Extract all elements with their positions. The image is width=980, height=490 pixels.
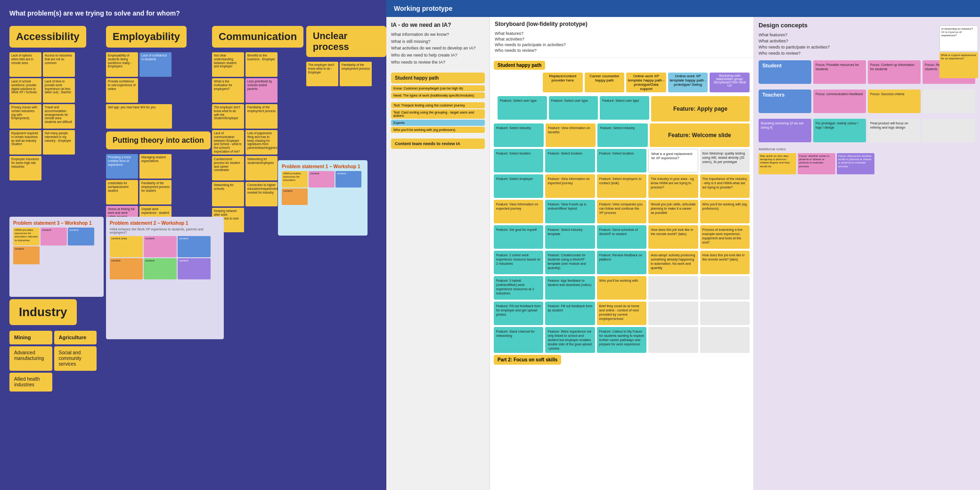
- sb-cell: Who you'll be working with (eg professor…: [700, 200, 750, 223]
- dc-cell: Focus: communication feedback: [813, 90, 866, 113]
- sb-cell: Feature: Select industry: [494, 123, 544, 147]
- sticky: content: [309, 171, 335, 188]
- part2-label: Part 2: Focus on soft skills: [494, 355, 561, 365]
- storyboard-header: Storyboard (low-fidelity prototype) What…: [490, 17, 753, 58]
- right-header: Working prototype: [386, 0, 980, 17]
- sb-cell: Feature: Select location: [545, 149, 595, 172]
- sticky: Lack of time to provide work experience …: [43, 78, 75, 103]
- sb-cell: [700, 302, 750, 325]
- sb-col-headers: Replace/content provider here Career cou…: [543, 73, 750, 92]
- edge-sticky: What is a good replacement for ux experi…: [939, 52, 978, 78]
- sb-col-workshop: Workshop with stakeholder group: Story/b…: [710, 73, 750, 92]
- sb-cell: Feature: Slack channel for networking: [494, 327, 543, 353]
- sb-row-4: Feature: Select employer Feature: View i…: [494, 174, 750, 198]
- sticky: The employer don't know what to do - Emp…: [306, 62, 338, 86]
- sb-col-career: Career counsellor happy path: [585, 73, 625, 92]
- industry-mining: Mining: [9, 331, 52, 344]
- sb-cell: Feature: Select user type: [549, 96, 598, 120]
- sb-cell: Feature: Select industry template: [545, 225, 595, 249]
- sb-q4: Who needs to review?: [495, 48, 749, 53]
- panel-title: What problem(s) are we trying to solve a…: [9, 9, 377, 17]
- sb-cell: The industry in your area - eg know HIWA…: [648, 174, 698, 198]
- sb-cell: Feature: View information on expected jo…: [545, 174, 595, 198]
- spacer2: [759, 115, 975, 117]
- sticky: content: [13, 246, 40, 264]
- ia-column: IA - do we need an IA? What information …: [386, 17, 490, 490]
- sb-cell: [700, 276, 750, 300]
- ia-sticky-who-working: Who you'll be working with (eg professor…: [391, 127, 485, 133]
- sticky: Networking for schools: [212, 182, 244, 206]
- sticky: content: [282, 188, 308, 205]
- accessibility-section: Accessibility Lack of options when kids …: [9, 26, 97, 180]
- sb-row-5: Feature: View information on expected jo…: [494, 200, 750, 223]
- ps2-title: Problem statement 2 – Workshop 1: [110, 220, 220, 226]
- sb-cell: Feature: Select location: [597, 149, 646, 172]
- ia-sticky-need: Need: The types of work (traditionally s…: [391, 92, 485, 98]
- sb-cell: The importance of the industry - why is …: [700, 174, 750, 198]
- sb-cell: Feature: Fill out feedback form by stude…: [545, 302, 595, 325]
- industry-allied: Allied health industries: [9, 373, 52, 392]
- student-happy-path-label: Student happy path: [391, 73, 485, 83]
- sb-col-online: Online work XP template happy path - pro…: [626, 73, 666, 92]
- sticky: Lack of options when kids are in remote …: [9, 52, 41, 77]
- communication-header: Communication: [212, 26, 303, 48]
- ps1-title: Problem statement 1 – Workshop 1: [282, 164, 364, 169]
- ia-sticky-know: Know: Customer journey/target (can be hi…: [391, 85, 485, 91]
- dc-cell: Focus: Success criteria: [868, 90, 921, 113]
- problem-statement-3: Problem statement 3 – Workshop 1 HIWA pr…: [9, 217, 104, 297]
- sticky: Provide confidence to real experience of…: [106, 78, 138, 103]
- storyboard-rows: Replace/content provider here Career cou…: [490, 71, 753, 94]
- sticky: Providing a more credible form of experi…: [106, 154, 138, 179]
- sb-row-10: Feature: Slack channel for networking Fe…: [494, 327, 750, 353]
- sticky: HWA provides resources for education: [282, 171, 308, 188]
- sb-cell: [700, 327, 750, 353]
- sb-cell: Feature: Send schedule of WorkXP to stud…: [597, 225, 646, 249]
- problem-statement-2: Problem statement 2 – Workshop 1 HWA enh…: [106, 217, 224, 339]
- sb-cell: Feature: Were experience not only linked…: [545, 327, 595, 353]
- sb-cell: Feature: App feedback to student and dow…: [545, 276, 595, 300]
- sb-cell: Non Wokshop: quality testing using WE, t…: [700, 149, 750, 172]
- right-content: IA - do we need an IA? What information …: [386, 17, 980, 490]
- sticky: Employee insurance for some high-risk in…: [9, 156, 41, 180]
- design-extra-label: Additional notes:: [759, 147, 975, 151]
- ia-q2: What is still missing?: [391, 39, 485, 45]
- sb-row-9: Feature: Fill out feedback form for empl…: [494, 302, 750, 325]
- ps3-title: Problem statement 3 – Workshop 1: [13, 220, 100, 226]
- sb-cell: Feature: Callout to My Future for studen…: [597, 327, 646, 353]
- sticky: Access to industries that are not so com…: [43, 52, 75, 77]
- problem-statement-1: Problem statement 1 – Workshop 1 HWA pro…: [278, 160, 368, 236]
- sb-cell: [648, 276, 698, 300]
- ia-sticky-card: Test: Card sorting using the grouping - …: [391, 109, 485, 119]
- dc-cell: [923, 119, 975, 142]
- industry-advanced: Advanced manufacturing: [9, 346, 52, 371]
- sticky: Networking for students/employers: [245, 156, 278, 180]
- sb-col-spacer: [494, 73, 541, 92]
- sb-col-online2: Online work XP template happy path - pro…: [668, 73, 708, 92]
- ia-sticky-test: Test: Treejack testing using the custome…: [391, 102, 485, 108]
- ia-q4: Who do we need to help create IA?: [391, 53, 485, 58]
- sb-cell: Who you'll be working with: [597, 276, 646, 300]
- storyboard-title: Storyboard (low-fidelity prototype): [495, 21, 749, 27]
- sb-cell: Feature: Review feedback on platform: [597, 251, 646, 274]
- design-column: Design concepts What features? What acti…: [754, 17, 980, 490]
- edge-sticky: Is streaming an industry? Or is it just …: [939, 25, 978, 51]
- sb-row-6: Feature: Set goal for myself Feature: Se…: [494, 225, 750, 249]
- sticky: Connection to higher education/requireme…: [245, 182, 278, 206]
- sticky: content: [41, 228, 67, 245]
- design-extras: Additional notes: May quick on who also …: [759, 147, 975, 174]
- sticky: Familiarity of the employment process: [245, 104, 278, 129]
- dc-cell: Final product will focus on refining and…: [868, 119, 921, 142]
- sb-row-3: Feature: Select location Feature: Select…: [494, 149, 750, 172]
- student-happy-path-sb: Student happy path: [494, 61, 545, 70]
- sticky: content: [110, 258, 143, 279]
- sticky: Familiarity of the employment process fo…: [139, 180, 172, 204]
- sb-col-replace: Replace/content provider here: [543, 73, 583, 92]
- sticky: Equipment required in certain industries…: [9, 130, 41, 155]
- feature-welcome-slide: Feature: Welcome slide: [650, 123, 750, 147]
- left-panel: What problem(s) are we trying to solve a…: [0, 0, 386, 490]
- teachers-row-label: Teachers: [759, 90, 811, 113]
- sb-cell: Feature: View information on expected jo…: [494, 200, 543, 223]
- sb-q2: What activities?: [495, 37, 749, 41]
- sb-cell: Feature: View if work up is online/offli…: [545, 200, 595, 223]
- sticky: content: [144, 236, 177, 257]
